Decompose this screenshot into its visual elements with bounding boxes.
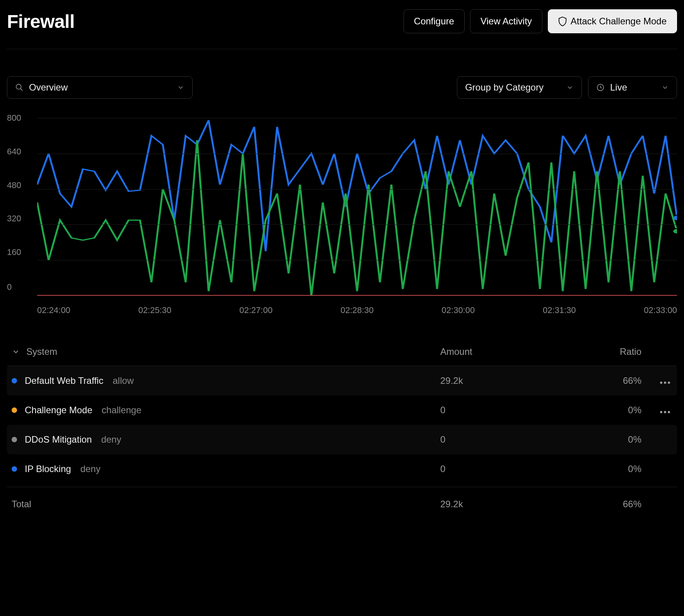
x-tick: 02:33:00 [644,305,677,315]
time-range-label: Live [610,82,627,93]
y-tick: 320 [7,214,33,224]
x-tick: 02:30:00 [442,305,475,315]
group-by-select[interactable]: Group by Category [457,76,582,99]
row-ratio: 0% [580,405,641,416]
chart-series-line [37,140,677,296]
row-amount: 29.2k [440,375,580,386]
total-label: Total [12,499,31,510]
group-by-label: Group by Category [465,82,544,93]
row-amount: 0 [440,405,580,416]
row-name: DDoS Mitigation [25,434,92,445]
page-title: Firewall [7,11,75,32]
total-row: Total 29.2k 66% [7,487,677,513]
row-name: Challenge Mode [25,405,92,416]
x-tick: 02:24:00 [37,305,70,315]
header: Firewall Configure View Activity Attack … [7,9,677,49]
x-tick: 02:31:30 [543,305,576,315]
y-tick: 800 [7,113,33,123]
chart: 8006404803201600 02:24:0002:25:3002:27:0… [7,118,677,315]
y-axis: 8006404803201600 [7,118,33,296]
chevron-down-icon [177,84,185,91]
row-name: Default Web Traffic [25,375,103,386]
table-header: System Amount Ratio [7,346,677,366]
overview-label: Overview [29,82,68,93]
total-amount: 29.2k [440,499,580,510]
th-system: System [26,346,57,357]
series-end-dot [672,229,677,234]
row-action: deny [80,464,101,474]
time-range-select[interactable]: Live [588,76,677,99]
row-action: challenge [102,405,142,416]
chart-series-line [37,120,677,251]
configure-label: Configure [414,16,454,27]
search-icon [15,83,24,92]
y-tick: 640 [7,147,33,157]
clock-icon [596,83,605,92]
chevron-down-icon [566,84,574,91]
row-ratio: 66% [580,375,641,386]
rules-table: System Amount Ratio Default Web Traffic … [7,346,677,513]
chevron-down-icon[interactable] [12,347,20,356]
svg-point-0 [16,84,21,89]
x-tick: 02:25:30 [138,305,171,315]
row-amount: 0 [440,464,580,474]
row-action: allow [113,375,134,386]
series-color-dot [12,407,17,413]
overview-select[interactable]: Overview [7,76,193,99]
plot-area [37,118,677,296]
view-activity-button[interactable]: View Activity [470,9,542,33]
y-tick: 0 [7,282,33,292]
row-name: IP Blocking [25,464,71,474]
row-ratio: 0% [580,434,641,445]
view-activity-label: View Activity [481,16,532,27]
more-icon[interactable] [658,409,672,416]
attack-challenge-mode-button[interactable]: Attack Challenge Mode [548,9,677,33]
header-actions: Configure View Activity Attack Challenge… [404,9,677,33]
table-row[interactable]: Challenge Mode challenge 0 0% [7,395,677,425]
more-icon[interactable] [658,379,672,386]
table-row[interactable]: Default Web Traffic allow 29.2k 66% [7,366,677,395]
total-ratio: 66% [580,499,641,510]
shield-icon [558,16,567,26]
configure-button[interactable]: Configure [404,9,465,33]
row-ratio: 0% [580,464,641,474]
attack-mode-label: Attack Challenge Mode [571,16,667,27]
row-amount: 0 [440,434,580,445]
table-row[interactable]: IP Blocking deny 0 0% [7,454,677,484]
th-ratio: Ratio [580,346,641,357]
series-color-dot [12,378,17,383]
svg-line-1 [21,89,23,91]
table-row[interactable]: DDoS Mitigation deny 0 0% [7,425,677,454]
series-color-dot [12,437,17,442]
row-action: deny [101,434,121,445]
x-tick: 02:28:30 [340,305,374,315]
y-tick: 160 [7,247,33,257]
x-tick: 02:27:00 [239,305,273,315]
x-axis: 02:24:0002:25:3002:27:0002:28:3002:30:00… [37,305,677,315]
y-tick: 480 [7,180,33,190]
th-amount: Amount [440,346,580,357]
controls-bar: Overview Group by Category Live [7,76,677,99]
chevron-down-icon [661,84,669,91]
series-color-dot [12,466,17,472]
